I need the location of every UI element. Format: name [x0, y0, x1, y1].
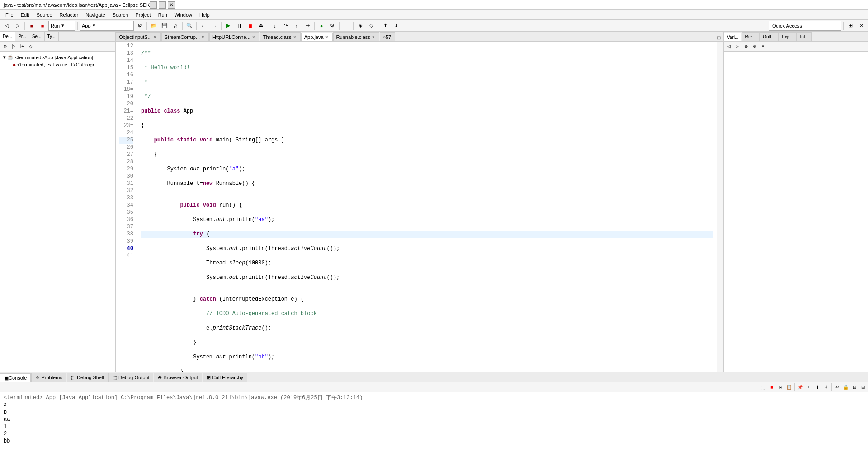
- minimize-button[interactable]: —: [150, 1, 157, 9]
- toolbar-save-button[interactable]: 💾: [160, 21, 170, 31]
- right-tab-outline[interactable]: Outl...: [760, 32, 778, 41]
- tab-close-objectinputs[interactable]: ✕: [153, 35, 157, 39]
- console-prev-btn[interactable]: ⬆: [813, 383, 821, 391]
- right-tab-expressions[interactable]: Exp...: [778, 32, 797, 41]
- menu-help[interactable]: Help: [196, 11, 213, 19]
- menu-window[interactable]: Window: [171, 11, 196, 19]
- toolbar-bp-props[interactable]: ⚙: [327, 21, 337, 31]
- ln-34: 34: [119, 202, 133, 209]
- menu-edit[interactable]: Edit: [17, 11, 33, 19]
- console-paste-btn[interactable]: 📋: [785, 383, 793, 391]
- console-next-btn[interactable]: ⬇: [822, 383, 830, 391]
- toolbar-prev-annotation[interactable]: ⬆: [380, 21, 390, 31]
- tree-item-app-exit[interactable]: ◆ <terminated, exit value: 1>C:\Progr...: [0, 61, 115, 68]
- menu-navigate[interactable]: Navigate: [82, 11, 108, 19]
- menu-source[interactable]: Source: [33, 11, 56, 19]
- tab-close-threadclass[interactable]: ✕: [293, 35, 297, 39]
- toolbar-debug-suspend[interactable]: ⏸: [234, 21, 244, 31]
- editor-tabs-maximize[interactable]: ⊟: [714, 34, 723, 41]
- menu-run[interactable]: Run: [155, 11, 171, 19]
- tab-objectinputs[interactable]: ObjectInputS... ✕: [116, 32, 161, 41]
- console-tab-problems[interactable]: ⚠ Problems: [31, 373, 66, 382]
- toolbar-next-annotation[interactable]: ⬇: [391, 21, 401, 31]
- tab-overflow[interactable]: »57: [380, 32, 395, 41]
- console-word-wrap-btn[interactable]: ↵: [833, 383, 841, 391]
- tab-appjava[interactable]: App.java ✕: [301, 33, 333, 42]
- toolbar-toggle-bp[interactable]: ●: [316, 21, 326, 31]
- rp-toolbar-btn-3[interactable]: ⊕: [742, 42, 750, 51]
- right-tab-inspect[interactable]: Int...: [797, 32, 812, 41]
- left-tab-types[interactable]: Ty...: [45, 32, 59, 41]
- console-tab-browser-output[interactable]: ⊕ Browser Output: [154, 373, 202, 382]
- console-scroll-lock-btn[interactable]: 🔒: [842, 383, 850, 391]
- toolbar-forward-button[interactable]: ▷: [13, 21, 23, 31]
- app-dropdown[interactable]: App ▾: [80, 21, 134, 31]
- tab-close-appjava[interactable]: ✕: [325, 35, 329, 39]
- toolbar-close-view[interactable]: ✕: [856, 21, 866, 31]
- toolbar-open-button[interactable]: 📂: [149, 21, 159, 31]
- toolbar-run-stop-button[interactable]: ■: [38, 21, 47, 31]
- toolbar-debug-run-to[interactable]: ⇾: [302, 21, 312, 31]
- console-restore-btn[interactable]: ⊞: [859, 383, 867, 391]
- lp-toolbar-btn-3[interactable]: i+: [18, 42, 26, 51]
- toolbar-debug-disconnect[interactable]: ⏏: [256, 21, 266, 31]
- toolbar-back-button[interactable]: ◁: [2, 21, 12, 31]
- maximize-button[interactable]: □: [159, 1, 166, 9]
- lp-toolbar-btn-4[interactable]: ◇: [27, 42, 35, 51]
- console-tab-debug-shell[interactable]: ⬚ Debug Shell: [67, 373, 108, 382]
- menu-search[interactable]: Search: [109, 11, 132, 19]
- console-tab-console[interactable]: ▣ Console: [0, 373, 31, 382]
- toolbar-debug-stepinto[interactable]: ↓: [270, 21, 280, 31]
- toolbar-debug-resume[interactable]: ▶: [223, 21, 233, 31]
- tree-item-app[interactable]: ▾ ☕ <terminated>App [Java Application]: [0, 53, 115, 61]
- tab-streamcorrup[interactable]: StreamCorrup... ✕: [161, 32, 209, 41]
- tab-httpurlconne[interactable]: HttpURLConne... ✕: [209, 32, 259, 41]
- left-tab-packages[interactable]: Pr...: [15, 32, 29, 41]
- toolbar-run-bug-button[interactable]: ■: [27, 21, 37, 31]
- rp-toolbar-btn-1[interactable]: ◁: [725, 42, 733, 51]
- toolbar-debug-stepout[interactable]: ↑: [292, 21, 302, 31]
- rp-toolbar-btn-5[interactable]: ≡: [759, 42, 767, 51]
- rp-toolbar-btn-2[interactable]: ▷: [733, 42, 741, 51]
- console-maximize-btn[interactable]: ⊟: [850, 383, 859, 391]
- console-tab-call-hierarchy[interactable]: ⊞ Call Hierarchy: [203, 373, 247, 382]
- console-stop-btn[interactable]: ■: [768, 383, 776, 391]
- toolbar-debug-stepover[interactable]: ↷: [281, 21, 291, 31]
- quick-access-input[interactable]: Quick Access: [769, 21, 841, 31]
- tab-close-streamcorrup[interactable]: ✕: [201, 35, 205, 39]
- console-pin-btn[interactable]: 📌: [796, 383, 804, 391]
- tab-close-httpurlconne[interactable]: ✕: [252, 35, 255, 39]
- run-dropdown[interactable]: Run ▾: [48, 21, 75, 31]
- rp-toolbar-btn-4[interactable]: ⊖: [750, 42, 759, 51]
- console-new-btn[interactable]: +: [805, 383, 813, 391]
- editor-scrollbar[interactable]: [717, 42, 723, 372]
- toolbar-search-button[interactable]: 🔍: [184, 21, 194, 31]
- toolbar-prev-edit[interactable]: ←: [198, 21, 208, 31]
- left-tab-search[interactable]: Se...: [29, 32, 45, 41]
- toolbar-debug-stop[interactable]: ⏹: [245, 21, 255, 31]
- lp-toolbar-btn-2[interactable]: |>: [9, 42, 18, 51]
- toolbar-app-config[interactable]: ⚙: [135, 21, 145, 31]
- left-tab-debug[interactable]: De...: [0, 32, 15, 41]
- console-clear-btn[interactable]: ⬚: [759, 383, 767, 391]
- code-editor[interactable]: /** * Hello world! * */ public class App…: [137, 42, 717, 372]
- lp-toolbar-btn-1[interactable]: ⚙: [1, 42, 9, 51]
- console-output-bb: bb: [4, 438, 864, 445]
- console-tab-debug-output[interactable]: ⬚ Debug Output: [108, 373, 154, 382]
- toolbar-open-view[interactable]: ⊞: [845, 21, 855, 31]
- right-tab-breakpoints[interactable]: Bre...: [742, 32, 759, 41]
- right-tab-variables[interactable]: Vari...: [724, 33, 741, 42]
- toolbar-next-edit[interactable]: →: [209, 21, 219, 31]
- tab-threadclass[interactable]: Thread.class ✕: [260, 32, 301, 41]
- toolbar-new-perspective[interactable]: ◇: [366, 21, 376, 31]
- console-copy-btn[interactable]: ⎘: [776, 383, 784, 391]
- toolbar-use-step-filters[interactable]: ⋯: [341, 21, 351, 31]
- tab-runnableclass[interactable]: Runnable.class ✕: [333, 32, 379, 41]
- menu-project[interactable]: Project: [132, 11, 154, 19]
- close-button[interactable]: ✕: [168, 1, 175, 9]
- tab-close-runnableclass[interactable]: ✕: [372, 35, 375, 39]
- menu-refactor[interactable]: Refactor: [56, 11, 82, 19]
- toolbar-print-button[interactable]: 🖨: [170, 21, 180, 31]
- toolbar-open-perspective[interactable]: ◈: [355, 21, 365, 31]
- menu-file[interactable]: File: [2, 11, 17, 19]
